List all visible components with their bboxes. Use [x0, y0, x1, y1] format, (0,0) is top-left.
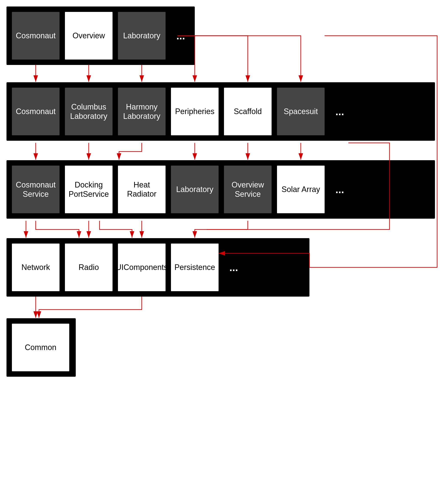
r4-ellipsis: ...	[225, 244, 242, 291]
r3n2-label: DockingPortService	[65, 166, 113, 213]
r1n2-label: Overview	[65, 12, 113, 59]
r4n2-label: Radio	[65, 244, 113, 291]
r2n4-label: Peripheries	[171, 88, 219, 135]
r2n2-label: ColumbusLaboratory	[65, 88, 113, 135]
diagram-container: ... ... ... ... Cosmonaut Overview Labor…	[0, 0, 446, 504]
r2n1-label: Cosmonaut	[12, 88, 60, 135]
r3n1-label: CosmonautService	[12, 166, 60, 213]
r4n3-label: UIComponents	[118, 244, 166, 291]
r3n6-label: Solar Array	[277, 166, 325, 213]
r2n6-label: Spacesuit	[277, 88, 325, 135]
r3n4-label: Laboratory	[171, 166, 219, 213]
r4n1-label: Network	[12, 244, 60, 291]
r1-ellipsis: ...	[172, 12, 189, 59]
r2-ellipsis: ...	[331, 88, 348, 135]
r1n3-label: Laboratory	[118, 12, 166, 59]
r5n1-label: Common	[12, 324, 69, 371]
r3n5-label: OverviewService	[224, 166, 272, 213]
r3-ellipsis: ...	[331, 166, 348, 213]
r1n1-label: Cosmonaut	[12, 12, 60, 59]
r3n3-label: Heat Radiator	[118, 166, 166, 213]
r2n5-label: Scaffold	[224, 88, 272, 135]
r4n4-label: Persistence	[171, 244, 219, 291]
r2n3-label: HarmonyLaboratory	[118, 88, 166, 135]
